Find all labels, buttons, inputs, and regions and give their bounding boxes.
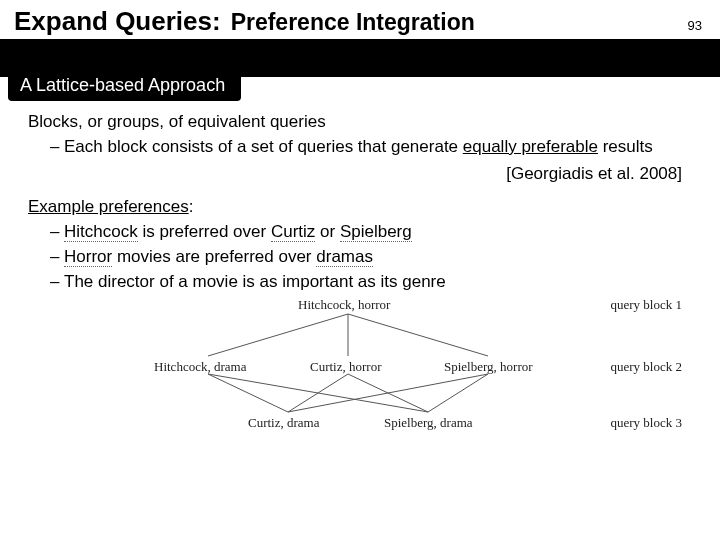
citation: [Georgiadis et al. 2008]: [28, 163, 682, 186]
list-1-item: Each block consists of a set of queries …: [50, 136, 692, 159]
title-main: Expand Queries:: [14, 6, 221, 37]
term-dramas: dramas: [316, 247, 373, 267]
page-number: 93: [688, 18, 702, 33]
text: results: [598, 137, 653, 156]
text: or: [315, 222, 340, 241]
paragraph-2: Example preferences:: [28, 196, 692, 219]
title-sub: Preference Integration: [231, 9, 475, 36]
node-spielberg-horror: Spielberg, horror: [444, 358, 533, 376]
svg-line-0: [208, 314, 348, 356]
lattice-diagram: Hitchcock, horror Hitchcock, drama Curti…: [148, 296, 662, 436]
example-preferences-label: Example preferences: [28, 197, 189, 216]
label-query-block-1: query block 1: [611, 296, 682, 314]
list-2-item-2: Horror movies are preferred over dramas: [50, 246, 692, 269]
term-curtiz: Curtiz: [271, 222, 315, 242]
text: movies are preferred over: [112, 247, 316, 266]
node-hitchcock-drama: Hitchcock, drama: [154, 358, 246, 376]
list-2-item-3: The director of a movie is as important …: [50, 271, 692, 294]
paragraph-1: Blocks, or groups, of equivalent queries: [28, 111, 692, 134]
svg-line-3: [208, 374, 288, 412]
label-query-block-3: query block 3: [611, 414, 682, 432]
node-curtiz-drama: Curtiz, drama: [248, 414, 319, 432]
svg-line-2: [348, 314, 488, 356]
section-label: A Lattice-based Approach: [8, 70, 241, 101]
list-2-item-1: Hitchcock is preferred over Curtiz or Sp…: [50, 221, 692, 244]
list-1: Each block consists of a set of queries …: [50, 136, 692, 159]
term-spielberg: Spielberg: [340, 222, 412, 242]
text: is preferred over: [138, 222, 271, 241]
emphasis-equally-preferable: equally preferable: [463, 137, 598, 156]
label-query-block-2: query block 2: [611, 358, 682, 376]
term-horror: Horror: [64, 247, 112, 267]
term-hitchcock: Hitchcock: [64, 222, 138, 242]
title-bar: Expand Queries: Preference Integration 9…: [0, 0, 720, 43]
node-spielberg-drama: Spielberg, drama: [384, 414, 473, 432]
text: Each block consists of a set of queries …: [64, 137, 463, 156]
list-2: Hitchcock is preferred over Curtiz or Sp…: [50, 221, 692, 294]
node-hitchcock-horror: Hitchcock, horror: [298, 296, 390, 314]
content-area: Blocks, or groups, of equivalent queries…: [0, 101, 720, 436]
node-curtiz-horror: Curtiz, horror: [310, 358, 381, 376]
colon: :: [189, 197, 194, 216]
